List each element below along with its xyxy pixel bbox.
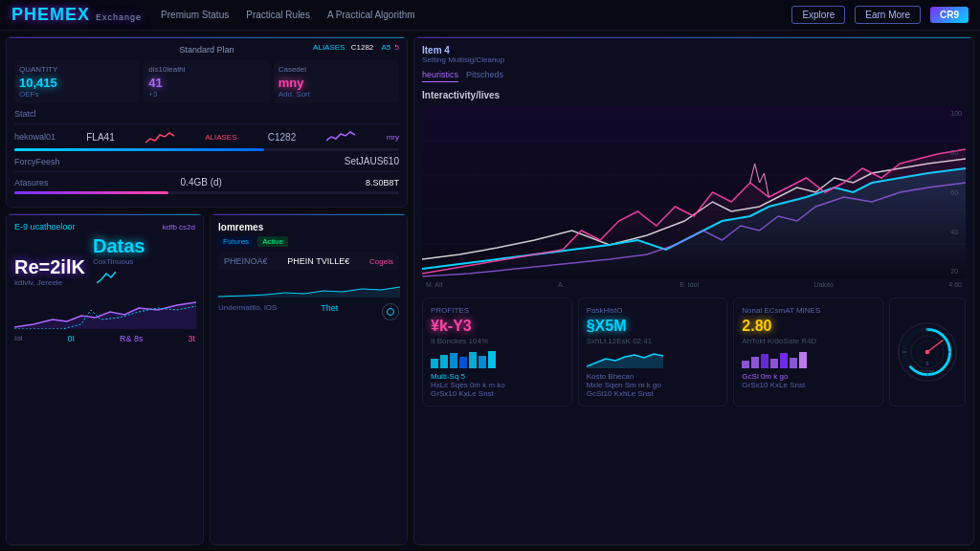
info-val-2: SetJAUS610 bbox=[345, 156, 399, 166]
info-row-1: hekowal01 FLA41 ALIASES C1282 mry bbox=[14, 129, 399, 144]
stat-label-2: dis10leathl bbox=[148, 65, 264, 74]
info-label-1: hekowal01 bbox=[14, 132, 56, 142]
bl-cr-val: 3t bbox=[188, 334, 195, 343]
bl-val1-sub: kdlvlv, Jereele bbox=[14, 278, 85, 287]
metric-extra-5: GcSl 0m k go bbox=[742, 372, 875, 381]
cta-button[interactable]: CR9 bbox=[930, 7, 969, 23]
chart-panel: Item 4 Setting Multisig/Cleanup heuristi… bbox=[413, 36, 974, 545]
earn-button[interactable]: Earn More bbox=[855, 6, 921, 24]
y-label-1: 100 bbox=[950, 110, 962, 117]
metric-chart-3 bbox=[742, 349, 818, 368]
metric-extra-6: GrSx10 KxLe Snst bbox=[742, 381, 875, 389]
bl-panel2-header: Iomremes bbox=[218, 222, 399, 232]
bl-strip-bar: PHEINOA€ PHEIN TVILLE€ Cogels bbox=[218, 253, 399, 270]
stat-item-1: QUANTITY 10,415 OEFs bbox=[14, 60, 140, 103]
svg-rect-18 bbox=[780, 353, 788, 368]
metric-extra-4: GcSt10 KxhLe Snst bbox=[587, 389, 720, 398]
logo-sub: Exchange bbox=[96, 12, 142, 22]
bl-chart-label: Iol bbox=[14, 334, 22, 343]
progress-1 bbox=[14, 148, 399, 151]
gauge-card: S Rosspot bbox=[889, 298, 966, 407]
chart-x-labels: M. Alt A. E. Idol Ualoto 4.60 bbox=[422, 278, 966, 288]
x-label-2: A. bbox=[558, 281, 565, 288]
stat-sub-1: OEFs bbox=[19, 90, 135, 99]
top-nav: PHEMEX Exchange Premium Status Practical… bbox=[0, 0, 980, 31]
bottom-metrics-grid: PROFITES ¥k-Y3 It Bonckes 104% Multi-Sq … bbox=[422, 298, 966, 407]
chart-y-labels: 100 80 60 40 20 bbox=[950, 106, 962, 278]
metric-date-1: HxLc Sqes 0m k m ko bbox=[431, 381, 564, 389]
bl-chart-svg bbox=[14, 291, 196, 329]
metric-label-1: PROFITES bbox=[431, 306, 564, 315]
nav-link-3[interactable]: A Practical Algorithm bbox=[327, 10, 415, 20]
bl-panel1-vals: kdfb cs2d bbox=[163, 223, 195, 231]
chart-title: Item 4 bbox=[422, 45, 504, 55]
bottom-left-grid: E-9 ucathoeloor kdfb cs2d Re=2ilK kdlvlv… bbox=[6, 213, 408, 545]
explore-button[interactable]: Explore bbox=[791, 6, 845, 24]
stats-panel: Standard Plan ALIASES C1282 A5 5 QUANTIT… bbox=[6, 36, 408, 208]
mini-chart-icon bbox=[145, 129, 174, 144]
stat-sub-3: Add. Sort bbox=[278, 90, 394, 99]
main-chart-svg bbox=[422, 106, 966, 278]
svg-rect-7 bbox=[440, 355, 448, 368]
svg-marker-35 bbox=[14, 302, 196, 329]
main-layout: Standard Plan ALIASES C1282 A5 5 QUANTIT… bbox=[0, 31, 980, 551]
info-label-2: ForcyFeesh bbox=[14, 157, 60, 166]
chart-tab-2[interactable]: Pitscheds bbox=[466, 70, 503, 82]
progress-bar-1 bbox=[14, 148, 264, 151]
svg-rect-20 bbox=[799, 352, 807, 368]
metric-label-2: PaskHistO bbox=[587, 306, 720, 315]
bottom-val-label: Undermattlo, lOS bbox=[218, 303, 277, 320]
metric-bars-1 bbox=[431, 349, 507, 368]
extra-val: mry bbox=[387, 133, 399, 142]
info-label-3: Atasures bbox=[14, 178, 49, 187]
bl-badges: Futures Active bbox=[218, 236, 399, 247]
svg-rect-8 bbox=[450, 353, 457, 368]
x-label-1: M. Alt bbox=[426, 281, 443, 288]
metric-extra-1: Multi-Sq 5 bbox=[431, 372, 564, 381]
stat-label-1: QUANTITY bbox=[19, 65, 135, 74]
x-label-3: E. Idol bbox=[679, 281, 699, 288]
info-row-3: Atasures 0.4GB (d) 8.S0B8T bbox=[14, 177, 399, 187]
nav-link-1[interactable]: Premium Status bbox=[161, 10, 229, 20]
badge-futures: Futures bbox=[218, 236, 254, 247]
thet-label: Thet bbox=[321, 303, 338, 320]
bl-panel2-title: Iomremes bbox=[218, 222, 263, 232]
svg-rect-11 bbox=[479, 356, 486, 368]
chart-tab-1[interactable]: heuristics bbox=[422, 70, 458, 82]
bl-bottom-row: Undermattlo, lOS Thet bbox=[218, 303, 399, 320]
chart-header: Item 4 Setting Multisig/Cleanup bbox=[422, 45, 966, 64]
chart-main-title: Interactivity/lives bbox=[422, 90, 966, 100]
badge-status: Active bbox=[257, 236, 288, 247]
gauge-svg: S Rosspot bbox=[896, 319, 959, 386]
svg-rect-9 bbox=[459, 357, 467, 368]
nav-link-2[interactable]: Practical Rules bbox=[246, 10, 310, 20]
nav-right: Explore Earn More CR9 bbox=[791, 6, 969, 24]
chart-area: 100 80 60 40 20 bbox=[422, 106, 966, 278]
metric-value-1: ¥k-Y3 bbox=[431, 318, 564, 335]
bl-flat-chart bbox=[218, 274, 400, 298]
info-val-3: 0.4GB (d) bbox=[181, 177, 222, 187]
metric-date-2: GrSx10 KxLe Snst bbox=[431, 389, 564, 398]
bl-panel1-values: Re=2ilK kdlvlv, Jereele Datas CoxTinuous bbox=[14, 235, 195, 287]
bl-panel1-header: E-9 ucathoeloor kdfb cs2d bbox=[14, 222, 195, 231]
progress-bar-2 bbox=[14, 191, 168, 194]
stat-item-2: dis10leathl 41 +3 bbox=[144, 60, 269, 103]
chart-tabs: heuristics Pitscheds bbox=[422, 70, 966, 82]
bl-val2-container: Datas CoxTinuous bbox=[93, 235, 145, 287]
svg-rect-14 bbox=[742, 361, 749, 368]
bl-bottom-vals: Iol 0I R& 8s 3t bbox=[14, 334, 195, 343]
row4-val: 8.S0B8T bbox=[366, 178, 399, 187]
mini-chart-2-icon bbox=[326, 129, 355, 144]
bl-mini-chart bbox=[97, 266, 116, 285]
logo: PHEMEX Exchange bbox=[11, 5, 142, 25]
aliases-label: ALIASES bbox=[205, 133, 236, 142]
bl-val2-sub: CoxTinuous bbox=[93, 257, 145, 266]
circle-deco bbox=[382, 303, 399, 320]
svg-rect-12 bbox=[488, 351, 496, 368]
metric-card-3: Nonal ECsmAT MINES 2.80 AhTokt K/doSate … bbox=[733, 298, 883, 407]
bl-panel1-title: E-9 ucathoeloor bbox=[14, 222, 76, 231]
bl-big-val-1: Re=2ilK bbox=[14, 256, 85, 278]
y-label-3: 60 bbox=[950, 189, 962, 196]
x-label-4: Ualoto bbox=[814, 281, 834, 288]
metric-value-2: §X5M bbox=[587, 318, 720, 335]
